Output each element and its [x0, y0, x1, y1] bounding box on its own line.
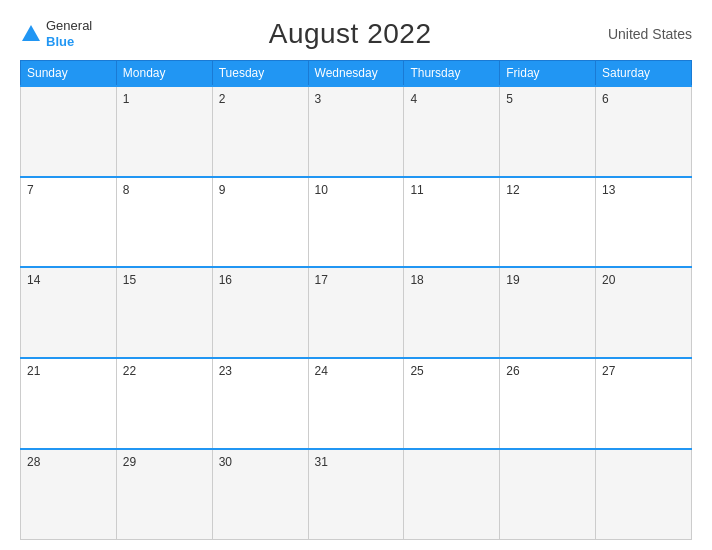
calendar-cell: 31 [308, 449, 404, 540]
calendar-week-0: 123456 [21, 86, 692, 177]
day-number: 2 [219, 92, 226, 106]
calendar-cell: 17 [308, 267, 404, 358]
day-header-thursday: Thursday [404, 61, 500, 87]
day-number: 15 [123, 273, 136, 287]
calendar-cell: 11 [404, 177, 500, 268]
calendar-cell: 14 [21, 267, 117, 358]
day-number: 13 [602, 183, 615, 197]
calendar-cell: 26 [500, 358, 596, 449]
day-number: 31 [315, 455, 328, 469]
calendar-cell: 10 [308, 177, 404, 268]
logo-icon [20, 23, 42, 45]
calendar-cell: 24 [308, 358, 404, 449]
day-number: 21 [27, 364, 40, 378]
calendar-cell: 1 [116, 86, 212, 177]
calendar-cell [596, 449, 692, 540]
calendar-cell: 27 [596, 358, 692, 449]
day-number: 27 [602, 364, 615, 378]
day-number: 5 [506, 92, 513, 106]
day-number: 23 [219, 364, 232, 378]
calendar-cell: 23 [212, 358, 308, 449]
day-number: 20 [602, 273, 615, 287]
calendar-cell: 19 [500, 267, 596, 358]
day-number: 11 [410, 183, 423, 197]
calendar-cell [404, 449, 500, 540]
day-header-sunday: Sunday [21, 61, 117, 87]
day-header-tuesday: Tuesday [212, 61, 308, 87]
calendar-week-3: 21222324252627 [21, 358, 692, 449]
day-number: 4 [410, 92, 417, 106]
calendar-cell: 9 [212, 177, 308, 268]
calendar-cell: 13 [596, 177, 692, 268]
calendar-cell: 6 [596, 86, 692, 177]
day-number: 22 [123, 364, 136, 378]
day-header-wednesday: Wednesday [308, 61, 404, 87]
calendar-week-4: 28293031 [21, 449, 692, 540]
calendar-header: SundayMondayTuesdayWednesdayThursdayFrid… [21, 61, 692, 87]
logo-line2: Blue [46, 34, 92, 50]
calendar-cell: 2 [212, 86, 308, 177]
svg-marker-0 [22, 25, 40, 41]
day-number: 18 [410, 273, 423, 287]
calendar-cell: 21 [21, 358, 117, 449]
day-number: 30 [219, 455, 232, 469]
page-header: General Blue August 2022 United States [20, 18, 692, 50]
day-number: 28 [27, 455, 40, 469]
calendar-cell: 5 [500, 86, 596, 177]
day-number: 8 [123, 183, 130, 197]
calendar-cell: 4 [404, 86, 500, 177]
day-number: 14 [27, 273, 40, 287]
logo-text: General Blue [46, 18, 92, 49]
logo: General Blue [20, 18, 92, 49]
days-of-week-row: SundayMondayTuesdayWednesdayThursdayFrid… [21, 61, 692, 87]
day-number: 26 [506, 364, 519, 378]
day-number: 29 [123, 455, 136, 469]
calendar-cell [21, 86, 117, 177]
calendar-cell: 25 [404, 358, 500, 449]
day-number: 6 [602, 92, 609, 106]
calendar-cell: 22 [116, 358, 212, 449]
day-number: 17 [315, 273, 328, 287]
day-number: 25 [410, 364, 423, 378]
day-number: 12 [506, 183, 519, 197]
day-number: 10 [315, 183, 328, 197]
day-number: 16 [219, 273, 232, 287]
calendar-table: SundayMondayTuesdayWednesdayThursdayFrid… [20, 60, 692, 540]
calendar-cell: 12 [500, 177, 596, 268]
day-number: 9 [219, 183, 226, 197]
calendar-cell: 3 [308, 86, 404, 177]
day-number: 3 [315, 92, 322, 106]
calendar-cell: 16 [212, 267, 308, 358]
calendar-cell: 28 [21, 449, 117, 540]
calendar-cell: 8 [116, 177, 212, 268]
calendar-body: 1234567891011121314151617181920212223242… [21, 86, 692, 540]
calendar-cell: 30 [212, 449, 308, 540]
month-title: August 2022 [269, 18, 432, 50]
calendar-cell [500, 449, 596, 540]
calendar-cell: 29 [116, 449, 212, 540]
calendar-cell: 18 [404, 267, 500, 358]
calendar-cell: 15 [116, 267, 212, 358]
day-number: 7 [27, 183, 34, 197]
country-label: United States [608, 26, 692, 42]
day-header-monday: Monday [116, 61, 212, 87]
calendar-cell: 7 [21, 177, 117, 268]
day-header-saturday: Saturday [596, 61, 692, 87]
day-number: 24 [315, 364, 328, 378]
calendar-week-2: 14151617181920 [21, 267, 692, 358]
day-number: 1 [123, 92, 130, 106]
day-header-friday: Friday [500, 61, 596, 87]
calendar-cell: 20 [596, 267, 692, 358]
logo-line1: General [46, 18, 92, 34]
day-number: 19 [506, 273, 519, 287]
calendar-week-1: 78910111213 [21, 177, 692, 268]
